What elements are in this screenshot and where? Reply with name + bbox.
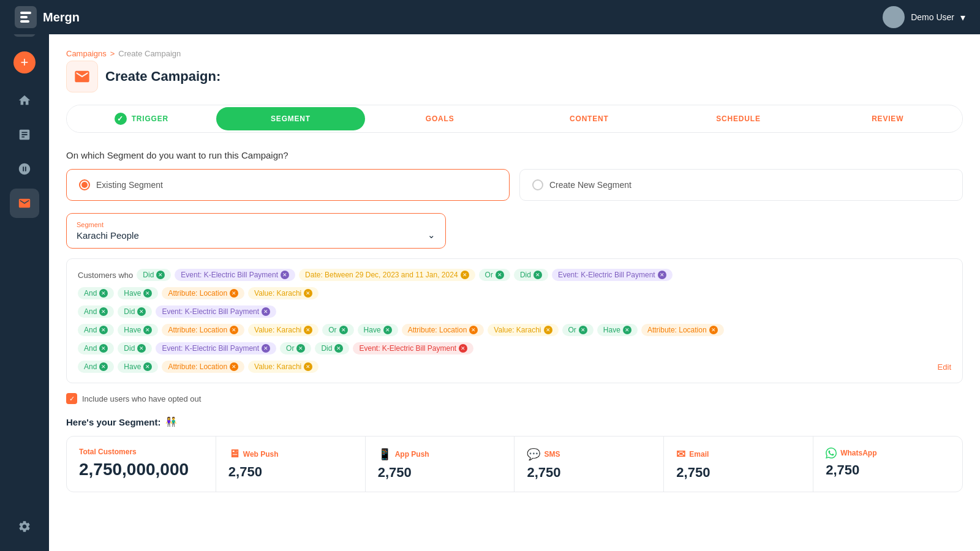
edit-link[interactable]: Edit — [938, 362, 951, 372]
tag-and-3: And ✕ — [78, 324, 114, 336]
tag-val-2: Value: Karachi ✕ — [248, 324, 318, 336]
step-trigger[interactable]: ✓ TRIGGER — [67, 105, 216, 132]
stat-whatsapp-label: WhatsApp — [826, 448, 950, 459]
tag-have-2: Have ✕ — [118, 324, 158, 336]
tag-val-3: Value: Karachi ✕ — [488, 324, 558, 336]
topnav: Mergn Demo User ▾ — [0, 0, 980, 34]
option-existing-segment[interactable]: Existing Segment — [66, 169, 510, 201]
sidebar: + — [0, 0, 49, 551]
checkbox-label: Include users who have opted out — [82, 394, 201, 403]
web-push-icon: 🖥 — [228, 448, 239, 460]
step-segment[interactable]: SEGMENT — [216, 107, 366, 130]
step-review-label: REVIEW — [872, 114, 903, 123]
tag-event-2: Event: K-Electric Bill Payment ✕ — [552, 269, 673, 281]
sidebar-item-settings[interactable] — [10, 512, 39, 541]
tag-did-1: Did ✕ — [137, 269, 171, 281]
radio-options: Existing Segment Create New Segment — [66, 169, 963, 201]
dropdown-chevron: ⌄ — [428, 230, 435, 241]
stat-total-value: 2,750,000,000 — [79, 460, 203, 479]
checkbox-row: ✓ Include users who have opted out — [66, 393, 963, 404]
step-review[interactable]: REVIEW — [813, 107, 962, 130]
steps-bar: ✓ TRIGGER SEGMENT GOALS CONTENT SCHEDULE… — [66, 105, 963, 133]
stat-sms-label: 💬 SMS — [527, 448, 651, 461]
main-content: Campaigns > Create Campaign Create Campa… — [49, 34, 980, 551]
user-menu[interactable]: Demo User ▾ — [883, 6, 965, 28]
step-trigger-check: ✓ — [115, 113, 127, 125]
tag-event-1: Event: K-Electric Bill Payment ✕ — [175, 269, 295, 281]
stat-email: ✉ Email 2,750 — [664, 437, 813, 492]
add-button[interactable]: + — [13, 51, 36, 73]
stat-sms-value: 2,750 — [527, 465, 651, 481]
sidebar-item-analytics[interactable] — [10, 120, 39, 149]
stat-whatsapp: WhatsApp 2,750 — [813, 437, 962, 492]
tag-or-2: Or ✕ — [322, 324, 353, 336]
breadcrumb-parent[interactable]: Campaigns — [66, 49, 107, 58]
tag-did-3: Did ✕ — [118, 305, 152, 318]
step-segment-label: SEGMENT — [271, 114, 311, 123]
stat-whatsapp-value: 2,750 — [826, 462, 950, 478]
app-name: Mergn — [43, 10, 80, 24]
sms-icon: 💬 — [527, 448, 540, 461]
sidebar-item-campaigns[interactable] — [10, 189, 39, 218]
svg-rect-3 — [20, 16, 28, 18]
step-content-label: CONTENT — [570, 114, 609, 123]
tag-or-4: Or ✕ — [280, 342, 311, 354]
option-create-label: Create New Segment — [549, 180, 631, 190]
opt-out-checkbox[interactable]: ✓ — [66, 393, 77, 404]
radio-create-dot — [532, 179, 543, 190]
step-content[interactable]: CONTENT — [514, 107, 664, 130]
tag-or-1: Or ✕ — [479, 269, 510, 281]
tag-did-4: Did ✕ — [118, 342, 152, 354]
tag-attr-2: Attribute: Location ✕ — [162, 324, 244, 336]
tag-have-4: Have ✕ — [597, 324, 638, 336]
stat-total-customers: Total Customers 2,750,000,000 — [67, 437, 216, 492]
stat-total-label: Total Customers — [79, 448, 203, 456]
segment-dropdown[interactable]: Segment Karachi People ⌄ — [66, 213, 446, 249]
user-menu-chevron: ▾ — [960, 12, 965, 23]
step-schedule[interactable]: SCHEDULE — [664, 107, 813, 130]
filter-row-3: And ✕ Did ✕ Event: K-Electric Bill Payme… — [78, 305, 951, 318]
segment-result-title: Here's your Segment: 👫 — [66, 416, 963, 427]
option-create-segment[interactable]: Create New Segment — [519, 169, 963, 201]
stat-email-value: 2,750 — [676, 465, 801, 481]
tag-and-2: And ✕ — [78, 305, 114, 318]
filter-row-5: And ✕ Did ✕ Event: K-Electric Bill Payme… — [78, 342, 951, 354]
stat-web-push: 🖥 Web Push 2,750 — [216, 437, 366, 492]
email-icon: ✉ — [676, 448, 685, 461]
step-goals[interactable]: GOALS — [365, 107, 514, 130]
breadcrumb-current: Create Campaign — [118, 49, 181, 58]
stat-cards: Total Customers 2,750,000,000 🖥 Web Push… — [66, 436, 963, 492]
stat-app-value: 2,750 — [378, 465, 502, 481]
dropdown-selected-value: Karachi People — [77, 230, 139, 241]
topnav-brand: Mergn — [15, 6, 80, 28]
step-goals-label: GOALS — [426, 114, 454, 123]
breadcrumb-separator: > — [110, 49, 115, 58]
whatsapp-icon — [826, 448, 837, 459]
filter-box: Customers who Did ✕ Event: K-Electric Bi… — [66, 258, 963, 383]
sidebar-item-segments[interactable] — [10, 154, 39, 184]
tag-have-3: Have ✕ — [358, 324, 398, 336]
tag-event-5: Event: K-Electric Bill Payment ✕ — [353, 342, 473, 354]
tag-event-3: Event: K-Electric Bill Payment ✕ — [156, 305, 276, 318]
tag-val-4: Value: Karachi ✕ — [248, 361, 318, 373]
stat-web-value: 2,750 — [228, 464, 353, 480]
tag-attr-3: Attribute: Location ✕ — [402, 324, 484, 336]
svg-rect-2 — [20, 12, 31, 14]
tag-and-4: And ✕ — [78, 342, 114, 354]
tag-did-2: Did ✕ — [514, 269, 548, 281]
step-schedule-label: SCHEDULE — [716, 114, 760, 123]
dropdown-label: Segment — [77, 221, 435, 228]
stat-email-label: ✉ Email — [676, 448, 801, 461]
stat-sms: 💬 SMS 2,750 — [514, 437, 664, 492]
customers-who-label: Customers who — [78, 271, 133, 280]
svg-rect-4 — [20, 20, 29, 23]
dropdown-value: Karachi People ⌄ — [77, 230, 435, 241]
tag-attr-4: Attribute: Location ✕ — [641, 324, 724, 336]
stat-app-label: 📱 App Push — [378, 448, 502, 461]
tag-and-1: And ✕ — [78, 287, 114, 299]
segment-emoji: 👫 — [165, 416, 177, 427]
sidebar-item-home[interactable] — [10, 86, 39, 115]
tag-date-1: Date: Between 29 Dec, 2023 and 11 Jan, 2… — [299, 269, 475, 281]
tag-did-5: Did ✕ — [315, 342, 349, 354]
tag-event-4: Event: K-Electric Bill Payment ✕ — [156, 342, 276, 354]
